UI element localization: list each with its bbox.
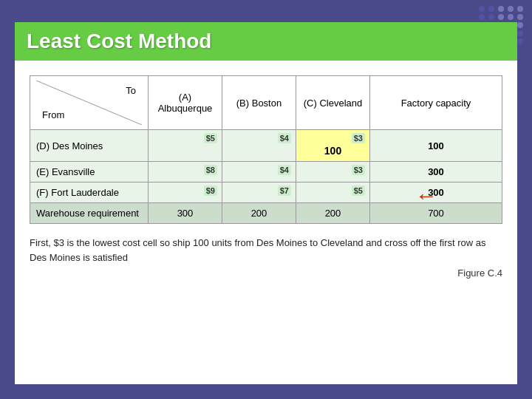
cost-cell-e-a: $8 — [149, 162, 222, 183]
arrow-indicator: ← — [415, 183, 437, 208]
row-label-fort-lauderdale: (F) Fort Lauderdale — [30, 183, 149, 203]
cost-cell-f-b: $7 — [222, 183, 296, 203]
cost-cell-f-c: $5 — [296, 183, 370, 203]
warehouse-b: 200 — [222, 203, 296, 224]
row-label-evansville: (E) Evansville — [30, 162, 149, 183]
header-col-cap: Factory capacity — [370, 76, 502, 130]
from-to-cell: To From — [30, 76, 149, 130]
capacity-des-moines: 100 — [370, 130, 502, 162]
page-title: Least Cost Method — [27, 30, 505, 53]
to-label: To — [126, 85, 136, 96]
cost-cell-e-b: $4 — [222, 162, 296, 183]
cost-cell-d-a: $5 — [149, 130, 222, 162]
cost-cell-e-c: $3 — [296, 162, 370, 183]
table-row-des-moines: (D) Des Moines $5 $4 $3 100 100 — [30, 130, 502, 162]
warehouse-a: 300 — [149, 203, 222, 224]
row-label-des-moines: (D) Des Moines — [30, 130, 149, 162]
header-col-c: (C) Cleveland — [296, 76, 370, 130]
main-container: Least Cost Method To From (A) Albuquerqu… — [15, 22, 517, 384]
header-col-a: (A) Albuquerque — [149, 76, 222, 130]
cost-cell-d-b: $4 — [222, 130, 296, 162]
footnote-text: First, $3 is the lowest cost cell so shi… — [30, 236, 502, 265]
row-label-warehouse: Warehouse requirement — [30, 203, 149, 224]
header-col-b: (B) Boston — [222, 76, 296, 130]
cost-cell-f-a: $9 — [149, 183, 222, 203]
figure-label: Figure C.4 — [30, 267, 502, 279]
capacity-evansville: 300 — [370, 162, 502, 183]
from-label: From — [42, 109, 64, 120]
title-bar: Least Cost Method — [15, 22, 517, 61]
warehouse-c: 200 — [296, 203, 370, 224]
cost-cell-d-c: $3 100 — [296, 130, 370, 162]
table-row-evansville: (E) Evansville $8 $4 $3 300 — [30, 162, 502, 183]
